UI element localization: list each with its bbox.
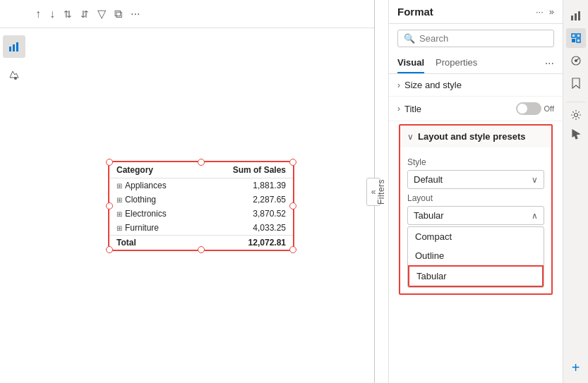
paint-icon[interactable] xyxy=(3,63,25,86)
row-expand-icon[interactable]: ⊞ xyxy=(116,182,122,190)
handle-ml[interactable] xyxy=(106,202,113,209)
layout-value: Tabular xyxy=(414,210,444,221)
svg-rect-9 xyxy=(572,39,575,42)
style-field-label: Style xyxy=(407,157,544,167)
cell-value: 2,287.65 xyxy=(199,193,293,207)
svg-point-13 xyxy=(574,113,577,116)
row-expand-icon[interactable]: ⊞ xyxy=(116,210,122,218)
svg-point-12 xyxy=(575,60,577,62)
data-table: Category Sum of Sales ⊞Appliances 1,881.… xyxy=(109,162,293,250)
filter-icon[interactable]: ▽ xyxy=(97,7,106,20)
right-format-icon[interactable] xyxy=(566,28,586,48)
right-icon-strip: + xyxy=(563,0,588,383)
right-bookmark-icon[interactable] xyxy=(566,73,586,93)
tabs-more-icon[interactable]: ··· xyxy=(545,57,554,70)
style-dropdown[interactable]: Default ∨ xyxy=(407,170,544,189)
svg-rect-4 xyxy=(571,16,573,20)
cell-value: 4,033.25 xyxy=(199,221,293,236)
cell-value: 3,870.52 xyxy=(199,207,293,221)
col-category[interactable]: Category xyxy=(109,162,199,178)
svg-rect-1 xyxy=(13,44,15,51)
right-cursor-icon[interactable] xyxy=(566,124,586,144)
table-container: Category Sum of Sales ⊞Appliances 1,881.… xyxy=(108,161,294,251)
layout-chevron-icon: ∨ xyxy=(407,132,414,142)
tab-visual[interactable]: Visual xyxy=(397,53,424,73)
size-section-label: Size and style xyxy=(404,80,462,90)
format-expand-icon[interactable]: » xyxy=(549,6,554,17)
row-expand-icon[interactable]: ⊞ xyxy=(116,196,122,204)
right-bar-chart-icon[interactable] xyxy=(566,6,586,25)
size-chevron-icon: › xyxy=(397,80,400,90)
title-toggle[interactable]: Off xyxy=(516,102,554,115)
svg-rect-10 xyxy=(577,39,580,42)
search-input[interactable] xyxy=(419,33,548,44)
cell-value: 1,881.39 xyxy=(199,178,293,193)
filters-sidebar[interactable]: « Filters xyxy=(375,0,389,383)
table-row: ⊞Appliances 1,881.39 xyxy=(109,178,293,193)
handle-tc[interactable] xyxy=(198,159,205,166)
search-icon: 🔍 xyxy=(404,33,415,44)
sort-asc-icon[interactable]: ↑ xyxy=(35,8,41,20)
layout-body: Style Default ∨ Layout Tabular ∧ xyxy=(400,147,551,293)
layout-section-label: Layout and style presets xyxy=(418,131,525,142)
layout-option-tabular[interactable]: Tabular xyxy=(408,265,544,287)
layout-dropdown-list: Compact Outline Tabular xyxy=(407,226,544,288)
layout-dropdown[interactable]: Tabular ∧ xyxy=(407,206,544,225)
left-panel: ↑ ↓ ⇅ ⇵ ▽ ⧉ ··· xyxy=(0,0,374,383)
layout-option-outline[interactable]: Outline xyxy=(408,246,544,265)
handle-tr[interactable] xyxy=(289,159,296,166)
chart-icon[interactable] xyxy=(3,35,25,58)
sort-desc-icon[interactable]: ↓ xyxy=(49,8,55,20)
tab-properties[interactable]: Properties xyxy=(436,53,477,73)
title-toggle-label: Off xyxy=(544,104,554,113)
style-dropdown-arrow: ∨ xyxy=(532,175,538,185)
right-analytics-icon[interactable] xyxy=(566,51,586,71)
sort-both-icon[interactable]: ⇅ xyxy=(64,8,72,20)
layout-section: ∨ Layout and style presets Style Default… xyxy=(399,124,553,295)
layout-dropdown-arrow: ∧ xyxy=(532,211,538,221)
handle-bc[interactable] xyxy=(198,246,205,253)
svg-point-3 xyxy=(14,77,17,80)
style-value: Default xyxy=(414,174,443,185)
layout-section-header[interactable]: ∨ Layout and style presets xyxy=(400,126,551,147)
search-box[interactable]: 🔍 xyxy=(397,30,554,47)
handle-mr[interactable] xyxy=(289,202,296,209)
title-section[interactable]: › Title Off xyxy=(389,97,563,121)
col-sales[interactable]: Sum of Sales xyxy=(199,162,293,178)
sort-custom-icon[interactable]: ⇵ xyxy=(80,8,89,20)
total-label: Total xyxy=(109,235,199,250)
format-header: Format ··· » xyxy=(389,0,563,24)
handle-bl[interactable] xyxy=(106,246,113,253)
cell-category: ⊞Electronics xyxy=(109,207,199,221)
format-pane: Format ··· » 🔍 Visual Properties ··· › S… xyxy=(389,0,563,383)
row-expand-icon[interactable]: ⊞ xyxy=(116,224,122,232)
toolbar: ↑ ↓ ⇅ ⇵ ▽ ⧉ ··· xyxy=(0,0,374,28)
size-and-style-section[interactable]: › Size and style xyxy=(389,74,563,97)
svg-rect-2 xyxy=(16,42,18,51)
filters-label: Filters xyxy=(377,178,387,204)
layout-section-wrapper: ∨ Layout and style presets Style Default… xyxy=(393,124,558,295)
cell-category: ⊞Clothing xyxy=(109,193,199,207)
format-more-icon[interactable]: ··· xyxy=(536,6,544,17)
cell-category: ⊞Appliances xyxy=(109,178,199,193)
handle-br[interactable] xyxy=(289,246,296,253)
expand-icon[interactable]: ⧉ xyxy=(114,8,122,20)
format-header-icons: ··· » xyxy=(536,6,554,17)
right-add-icon[interactable]: + xyxy=(566,358,586,377)
total-value: 12,072.81 xyxy=(199,235,293,250)
table-row: ⊞Clothing 2,287.65 xyxy=(109,193,293,207)
layout-field-label: Layout xyxy=(407,193,544,203)
handle-tl[interactable] xyxy=(106,159,113,166)
tabs-row: Visual Properties ··· xyxy=(389,53,563,74)
title-toggle-switch[interactable] xyxy=(516,102,541,115)
svg-rect-0 xyxy=(9,47,11,51)
toggle-knob xyxy=(517,104,527,114)
more-icon[interactable]: ··· xyxy=(131,8,140,20)
svg-rect-6 xyxy=(578,11,580,20)
layout-option-compact[interactable]: Compact xyxy=(408,227,544,246)
table-row: ⊞Electronics 3,870.52 xyxy=(109,207,293,221)
left-sidebar-icons xyxy=(0,28,28,383)
cell-category: ⊞Furniture xyxy=(109,221,199,236)
right-settings-icon[interactable] xyxy=(566,102,586,121)
title-chevron-icon: › xyxy=(397,104,400,114)
